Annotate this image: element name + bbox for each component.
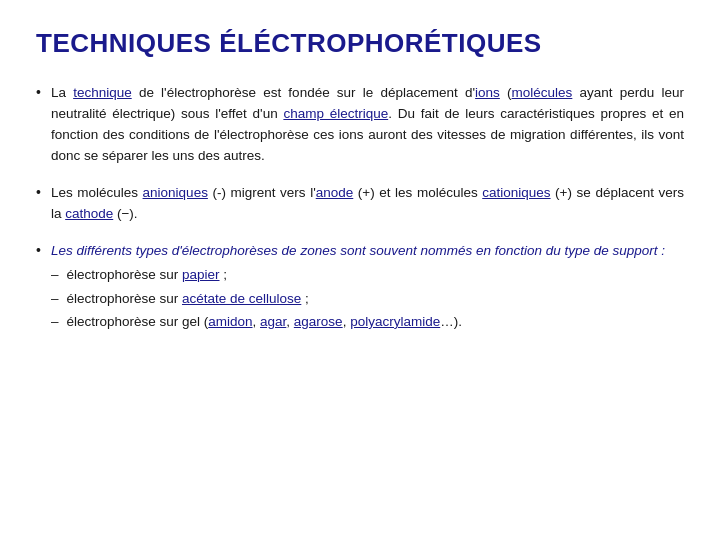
- sub-dash-1: –: [51, 265, 59, 285]
- link-acetate-cellulose[interactable]: acétate de cellulose: [182, 291, 301, 306]
- bullet-item-2: • Les molécules anioniques (-) migrent v…: [36, 183, 684, 225]
- link-technique[interactable]: technique: [73, 85, 132, 100]
- link-cathode[interactable]: cathode: [65, 206, 113, 221]
- link-anioniques[interactable]: anioniques: [143, 185, 208, 200]
- sub-item-acetate: – électrophorèse sur acétate de cellulos…: [51, 289, 665, 309]
- sub-dash-3: –: [51, 312, 59, 332]
- bullet-item-1: • La technique de l'électrophorèse est f…: [36, 83, 684, 167]
- bullet-text-3-italic: Les différents types d'électrophorèses d…: [51, 243, 665, 258]
- page-title: TECHNIQUES ÉLÉCTROPHORÉTIQUES: [36, 28, 684, 59]
- sub-text-gel: électrophorèse sur gel (amidon, agar, ag…: [66, 312, 462, 332]
- bullet-list: • La technique de l'électrophorèse est f…: [36, 83, 684, 335]
- page-container: TECHNIQUES ÉLÉCTROPHORÉTIQUES • La techn…: [0, 0, 720, 540]
- sub-item-papier: – électrophorèse sur papier ;: [51, 265, 665, 285]
- link-polyacrylamide[interactable]: polyacrylamide: [350, 314, 440, 329]
- link-molecules[interactable]: molécules: [512, 85, 573, 100]
- bullet-dot-2: •: [36, 184, 41, 200]
- bullet-text-3: Les différents types d'électrophorèses d…: [51, 241, 665, 336]
- bullet-dot-3: •: [36, 242, 41, 258]
- link-cationiques[interactable]: cationiques: [482, 185, 550, 200]
- sub-text-acetate: électrophorèse sur acétate de cellulose …: [66, 289, 308, 309]
- link-anode[interactable]: anode: [316, 185, 354, 200]
- sub-dash-2: –: [51, 289, 59, 309]
- sub-list: – électrophorèse sur papier ; – électrop…: [51, 265, 665, 332]
- link-ions[interactable]: ions: [475, 85, 500, 100]
- link-agar[interactable]: agar: [260, 314, 286, 329]
- bullet-dot-1: •: [36, 84, 41, 100]
- bullet-text-2: Les molécules anioniques (-) migrent ver…: [51, 183, 684, 225]
- link-amidon[interactable]: amidon: [208, 314, 252, 329]
- link-agarose[interactable]: agarose: [294, 314, 343, 329]
- link-champ-electrique[interactable]: champ électrique: [283, 106, 388, 121]
- link-papier[interactable]: papier: [182, 267, 220, 282]
- bullet-text-1: La technique de l'électrophorèse est fon…: [51, 83, 684, 167]
- sub-text-papier: électrophorèse sur papier ;: [66, 265, 227, 285]
- bullet-item-3: • Les différents types d'électrophorèses…: [36, 241, 684, 336]
- sub-item-gel: – électrophorèse sur gel (amidon, agar, …: [51, 312, 665, 332]
